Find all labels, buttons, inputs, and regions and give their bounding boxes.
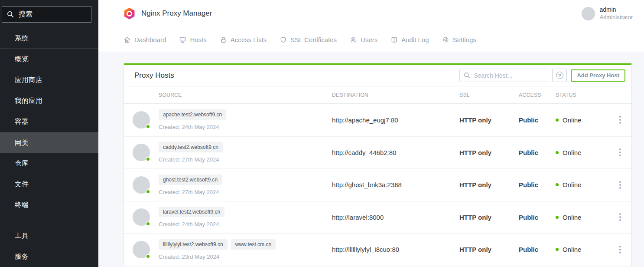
online-indicator: [146, 124, 150, 129]
lock-icon: [220, 36, 227, 43]
tab-ssl-certificates[interactable]: SSL Certificates: [280, 36, 337, 43]
sidebar-item-gateway[interactable]: 网关: [0, 132, 98, 153]
sidebar-item-label: 网关: [15, 139, 29, 146]
search-icon: [463, 72, 471, 79]
access-value: Public: [519, 116, 556, 124]
sidebar-spacer: [0, 215, 98, 225]
destination: http://apache_eugj7:80: [332, 116, 459, 124]
gear-icon: [442, 36, 449, 43]
column-header-access: ACCESS: [519, 92, 556, 98]
domain-badge: www.test.cm.cn: [231, 239, 276, 250]
nginx-proxy-manager-logo-icon: [124, 8, 135, 20]
tab-users[interactable]: Users: [350, 36, 377, 43]
panel-title: Proxy Hosts: [134, 71, 174, 80]
table-header: SOURCE DESTINATION SSL ACCESS STATUS: [124, 86, 631, 104]
tab-settings[interactable]: Settings: [442, 36, 476, 43]
sidebar-item-label: 系统: [15, 34, 29, 42]
help-button[interactable]: ?: [552, 69, 567, 82]
user-avatar: [582, 7, 595, 20]
sidebar-item-my-apps[interactable]: 我的应用: [0, 90, 98, 111]
sidebar-item-repository[interactable]: 仓库: [0, 153, 98, 174]
sidebar-search-input[interactable]: [19, 10, 87, 18]
tab-hosts[interactable]: Hosts: [179, 36, 206, 43]
domain-badge: caddy.test2.websoft9.cn: [159, 142, 223, 152]
row-menu-button[interactable]: [609, 146, 631, 159]
table-row[interactable]: llllllylylyl.test2.websoft9.cn www.test.…: [124, 233, 631, 266]
sidebar-item-label: 应用商店: [15, 76, 42, 83]
brand: Nginx Proxy Manager: [124, 8, 212, 20]
sidebar-item-tools[interactable]: 工具: [0, 225, 98, 246]
host-avatar: [133, 176, 150, 194]
destination: http://laravel:8000: [332, 214, 459, 221]
destination: http://ghost_bnk3a:2368: [332, 181, 459, 188]
ssl-value: HTTP only: [459, 116, 519, 124]
sidebar-item-services[interactable]: 服务: [0, 246, 98, 267]
access-value: Public: [519, 181, 556, 188]
user-name: admin: [599, 6, 633, 14]
user-menu[interactable]: admin Administrator: [582, 6, 633, 21]
created-date: Created: 27th May 2024: [159, 156, 332, 163]
add-proxy-host-button[interactable]: Add Proxy Host: [571, 69, 625, 82]
domain-badge: apache.test2.websoft9.cn: [159, 109, 226, 120]
tab-label: Hosts: [190, 36, 206, 43]
row-menu-button[interactable]: [609, 178, 631, 191]
home-icon: [124, 36, 131, 43]
tab-access-lists[interactable]: Access Lists: [220, 36, 267, 43]
tab-label: Dashboard: [134, 36, 166, 43]
status-label: Online: [563, 181, 581, 188]
tab-label: Users: [361, 36, 377, 43]
sidebar-item-label: 容器: [15, 118, 29, 125]
host-avatar: [133, 241, 150, 258]
online-indicator: [146, 189, 150, 194]
tab-dashboard[interactable]: Dashboard: [124, 36, 166, 43]
row-menu-button[interactable]: [609, 243, 631, 256]
ssl-value: HTTP only: [459, 214, 519, 221]
created-date: Created: 24th May 2024: [159, 221, 332, 227]
sidebar-item-app-store[interactable]: 应用商店: [0, 69, 98, 90]
access-value: Public: [519, 246, 556, 253]
status-dot-icon: [556, 216, 559, 219]
ssl-value: HTTP only: [459, 181, 519, 188]
sidebar-item-overview[interactable]: 概览: [0, 49, 98, 69]
row-menu-button[interactable]: [609, 113, 631, 126]
app-window: 系统 概览 应用商店 我的应用 容器 网关 仓库 文件 终端 工具 服务 Ngi…: [0, 0, 644, 267]
table-row[interactable]: apache.test2.websoft9.cn Created: 24th M…: [124, 104, 631, 136]
sidebar-item-label: 终端: [15, 201, 29, 208]
proxy-hosts-panel: Proxy Hosts ? Add Proxy Host: [124, 63, 632, 266]
destination: http://caddy_446b2:80: [332, 149, 459, 156]
domain-badge: laravel.test2.websoft9.cn: [159, 207, 224, 217]
table-row[interactable]: caddy.test2.websoft9.cn Created: 27th Ma…: [124, 136, 631, 169]
online-indicator: [146, 221, 150, 226]
tab-label: Audit Log: [401, 36, 429, 43]
domain-badge: llllllylylyl.test2.websoft9.cn: [159, 239, 228, 250]
sidebar-item-terminal[interactable]: 终端: [0, 194, 98, 215]
sidebar-item-label: 我的应用: [15, 97, 42, 104]
status-dot-icon: [556, 119, 559, 122]
status-label: Online: [563, 149, 581, 156]
sidebar-item-containers[interactable]: 容器: [0, 111, 98, 132]
sidebar-item-files[interactable]: 文件: [0, 174, 98, 194]
sidebar: 系统 概览 应用商店 我的应用 容器 网关 仓库 文件 终端 工具 服务: [0, 0, 98, 267]
content-area: Proxy Hosts ? Add Proxy Host: [98, 52, 644, 267]
top-header: Nginx Proxy Manager admin Administrator: [98, 0, 644, 27]
sidebar-item-label: 仓库: [15, 159, 29, 167]
ssl-value: HTTP only: [459, 246, 519, 253]
host-search-input[interactable]: [459, 69, 548, 82]
access-value: Public: [519, 149, 556, 156]
column-header-ssl: SSL: [459, 92, 519, 98]
row-menu-button[interactable]: [609, 211, 631, 224]
status-dot-icon: [556, 151, 559, 154]
sidebar-item-label: 文件: [15, 180, 29, 188]
tab-label: Access Lists: [231, 36, 267, 43]
tab-audit-log[interactable]: Audit Log: [390, 36, 429, 43]
host-avatar: [133, 111, 150, 129]
monitor-icon: [179, 36, 186, 43]
sidebar-item-system[interactable]: 系统: [0, 28, 98, 49]
column-header-source: SOURCE: [159, 92, 332, 98]
destination: http://llllllylylyl_i8cuo:80: [332, 246, 459, 253]
table-row[interactable]: ghost.test2.websoft9.cn Created: 27th Ma…: [124, 168, 631, 201]
created-date: Created: 23rd May 2024: [159, 254, 332, 260]
user-role: Administrator: [599, 14, 633, 21]
online-indicator: [146, 254, 150, 259]
table-row[interactable]: laravel.test2.websoft9.cn Created: 24th …: [124, 201, 631, 234]
